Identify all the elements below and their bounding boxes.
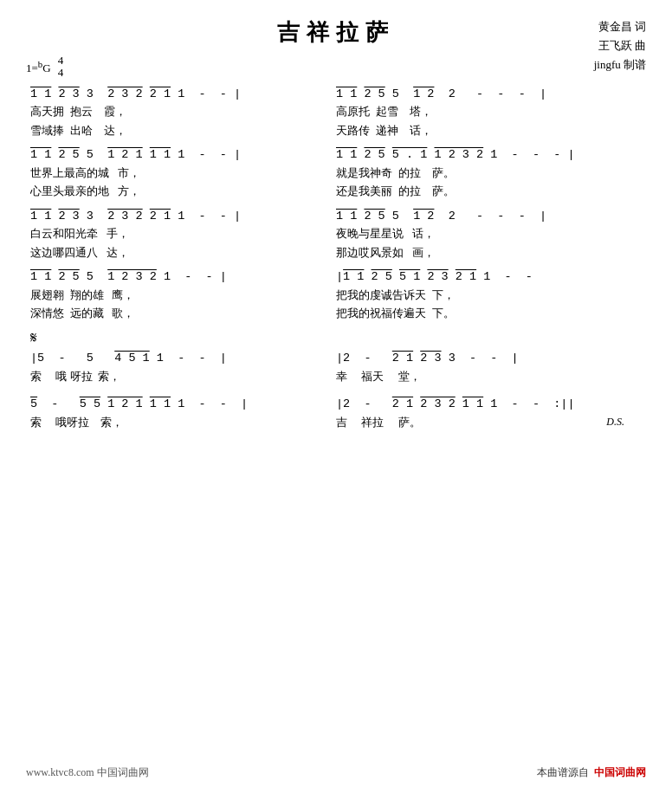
note-group: 1 1 [336,148,357,161]
notation-6-right: |2 - 2 1 2 3 2 1 1 1 - - :|| [336,395,642,414]
lyrics-right-2b: 还是我美丽 的拉 萨。 [336,183,642,207]
score-right-1: 1 1 2 5 5 1 2 2 - - - | [336,85,642,104]
notation-3-left: 1 1 2 3 3 2 3 2 2 1 1 - - | [30,207,336,226]
lyric-2-left-2: 心里头最亲的地 方， [30,183,336,200]
lyrics-row-1b: 雪域捧 出哈 达， 天路传 递神 话， [30,122,642,146]
notation-1-right: 1 1 2 5 5 1 2 2 - - - | [336,85,642,104]
note-group: 2 5 [58,148,79,161]
lyrics-row-1a: 高天拥 抱云 霞， 高原托 起雪 塔， [30,103,642,122]
lyric-4-right-2: 把我的祝福传遍天 下。 [336,305,642,322]
lyrics-row-6a: 索 哦呀拉 索， 吉 祥拉 萨。 D.S. [30,414,642,433]
note-group: 1 1 [150,148,171,161]
gap-5 [30,386,642,395]
score-row-2: 1 1 2 5 5 1 2 1 1 1 1 - - | 1 1 2 5 5 . … [30,145,642,165]
lyric-3-left-1: 白云和阳光牵 手， [30,225,336,242]
notation-2-left: 1 1 2 5 5 1 2 1 1 1 1 - - | [30,145,336,165]
score-left-3: 1 1 2 3 3 2 3 2 2 1 1 - - | [30,207,336,226]
notation-4-left: 1 1 2 5 5 1 2 3 2 1 - - | [30,268,336,287]
note-group: 2 1 [150,87,171,100]
note-group: 5 5 [80,397,100,410]
lyrics-row-3a: 白云和阳光牵 手， 夜晚与星星说 话， [30,225,642,244]
note-group: 1 2 3 2 [107,270,157,283]
lyrics-row-5a: 索 哦 呀拉 索， 幸 福天 堂， [30,368,642,387]
lyric-3-right-1: 夜晚与星星说 话， [336,225,642,242]
lyrics-right-4b: 把我的祝福传遍天 下。 [336,305,642,329]
lyrics-row-2b: 心里头最亲的地 方， 还是我美丽 的拉 萨。 [30,183,642,207]
score-left-2: 1 1 2 5 5 1 2 1 1 1 1 - - | [30,145,336,165]
lyric-3-right-2: 那边哎风景如 画， [336,244,642,261]
note-group: 1 1 [343,270,364,283]
lyric-1-right-2: 天路传 递神 话， [336,122,642,139]
lyrics-left-5a: 索 哦 呀拉 索， [30,368,336,387]
note-group: 1 1 [150,397,171,410]
score-left-6: 5 - 5 5 1 2 1 1 1 1 - - | [30,395,336,414]
lyrics-left-2b: 心里头最亲的地 方， [30,183,336,207]
notation-4-right: |1 1 2 5 5 1 2 3 2 1 1 - - [336,268,642,287]
notation-2-right: 1 1 2 5 5 . 1 1 2 3 2 1 - - - | [336,145,642,165]
note-group: 1 1 [30,210,51,223]
lyrics-right-1a: 高原托 起雪 塔， [336,103,642,122]
note-group: 5 . 1 [392,148,428,161]
lyrics-row-2a: 世界上最高的城 市， 就是我神奇 的拉 萨。 [30,165,642,184]
lyrics-left-3b: 这边哪四通八 达， [30,244,336,268]
note-group: 2 3 [420,352,441,365]
score-row-6: 5 - 5 5 1 2 1 1 1 1 - - | |2 - 2 1 2 3 2… [30,395,642,414]
note-group: 2 1 [150,210,171,223]
lyric-4-right-1: 把我的虔诚告诉天 下， [336,287,642,304]
score-row-4: 1 1 2 5 5 1 2 3 2 1 - - | |1 1 2 5 5 1 2… [30,268,642,287]
arranger-label: jingfu 制谱 [594,55,646,74]
note-group: 4 5 1 [114,352,150,365]
note-group: 1 2 1 [107,148,143,161]
note-group: 1 1 [30,148,51,161]
score-row-3: 1 1 2 3 3 2 3 2 2 1 1 - - | 1 1 2 5 5 1 … [30,207,642,226]
time-signature: 4 4 [58,55,64,80]
score-container: 1 1 2 3 3 2 3 2 2 1 1 - - | 1 1 2 5 5 1 … [26,85,646,433]
lyric-6-left-1: 索 哦呀拉 索， [30,414,336,431]
lyric-1-left-2: 雪域捧 出哈 达， [30,122,336,139]
lyricist-label: 黄金昌 词 [594,17,646,36]
score-row-5: |5 - 5 4 5 1 1 - - | |2 - 2 1 2 3 3 - - … [30,349,642,368]
note-group: 1 2 1 [107,397,143,410]
title-area: 吉祥拉萨 [26,17,646,48]
note-group: 5 [30,397,37,410]
note-group: 2 3 [58,87,79,100]
note-group: 1 2 3 2 [434,148,483,161]
source-info: 本曲谱源自 中国词曲网 [537,765,646,780]
score-right-3: 1 1 2 5 5 1 2 2 - - - | [336,207,642,226]
note-group: 2 3 2 [107,210,143,223]
tempo-marking: 1=bG [26,59,51,75]
lyric-1-left-1: 高天拥 抱云 霞， [30,103,336,120]
note-group: 2 3 2 [420,397,456,410]
source-site: 中国词曲网 [594,765,646,780]
note-group: 2 5 [364,148,384,161]
score-left-4: 1 1 2 5 5 1 2 3 2 1 - - | [30,268,336,287]
lyrics-left-4b: 深情悠 远的藏 歌， [30,305,336,329]
note-group: 1 2 [413,210,434,223]
note-group: 2 3 [427,270,448,283]
notation-5-left: |5 - 5 4 5 1 1 - - | [30,349,336,368]
note-group: 2 5 [364,87,384,100]
lyrics-right-1b: 天路传 递神 话， [336,122,642,146]
lyrics-row-4a: 展翅翱 翔的雄 鹰， 把我的虔诚告诉天 下， [30,287,642,306]
note-group: 2 1 [456,270,476,283]
lyrics-right-5a: 幸 福天 堂， [336,368,642,387]
lyrics-left-3a: 白云和阳光牵 手， [30,225,336,244]
time-sig-top: 4 [58,55,64,67]
note-group: 2 5 [372,270,392,283]
lyric-1-right-1: 高原托 起雪 塔， [336,103,642,120]
score-right-5: |2 - 2 1 2 3 3 - - | [336,349,642,368]
lyric-2-right-1: 就是我神奇 的拉 萨。 [336,165,642,182]
bottom-bar: www.ktvc8.com 中国词曲网 本曲谱源自 中国词曲网 [0,765,672,780]
song-title: 吉祥拉萨 [277,20,395,45]
lyric-2-left-1: 世界上最高的城 市， [30,165,336,182]
notation-3-right: 1 1 2 5 5 1 2 2 - - - | [336,207,642,226]
lyrics-left-6a: 索 哦呀拉 索， [30,414,336,433]
score-right-6: |2 - 2 1 2 3 2 1 1 1 - - :|| [336,395,642,414]
lyrics-right-3a: 夜晚与星星说 话， [336,225,642,244]
note-group: 2 5 [58,270,79,283]
lyric-5-left-1: 索 哦 呀拉 索， [30,368,336,385]
note-group: 1 1 [336,210,357,223]
note-group: 1 1 [30,270,51,283]
score-right-4: |1 1 2 5 5 1 2 3 2 1 1 - - [336,268,642,287]
note-group: 5 1 [399,270,420,283]
